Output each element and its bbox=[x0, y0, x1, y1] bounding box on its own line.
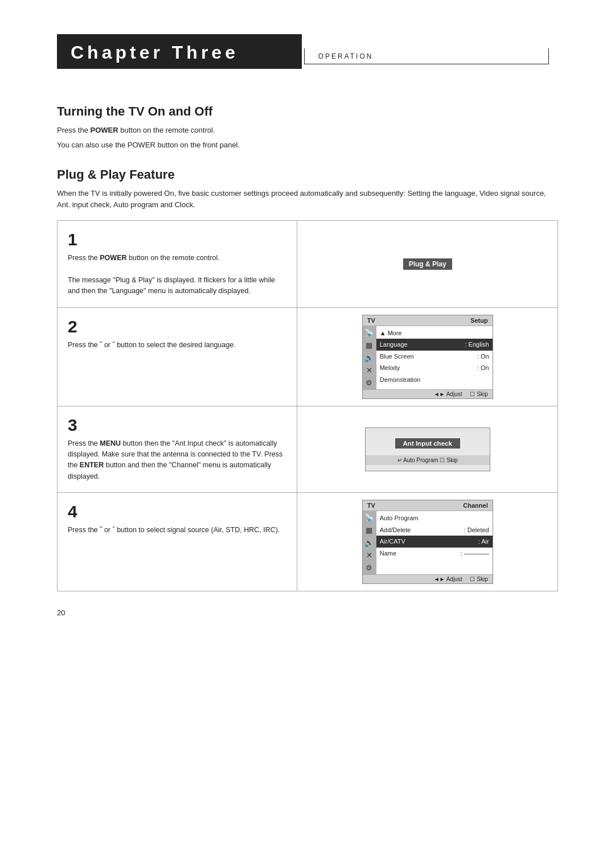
channel-item-0-label: Auto Program bbox=[380, 513, 419, 523]
channel-icon-speaker: 🔊 bbox=[364, 538, 374, 547]
channel-menu-item-3: Name : ———— bbox=[376, 548, 493, 560]
section1-line1: Press the POWER button on the remote con… bbox=[57, 125, 558, 136]
chapter-title: Chapter Three bbox=[71, 42, 288, 63]
channel-menu-title-right: Channel bbox=[463, 502, 487, 509]
step-1-bold-power: POWER bbox=[100, 254, 126, 262]
icon-x: ✕ bbox=[366, 366, 372, 375]
step-1-left: 1 Press the POWER button on the remote c… bbox=[58, 221, 297, 307]
section-turning-on-off: Turning the TV On and Off Press the POWE… bbox=[57, 104, 558, 150]
section2-title: Plug & Play Feature bbox=[57, 167, 558, 182]
setup-item-1-value: : English bbox=[465, 340, 489, 349]
step-2-text: Press the ˜ or ˆ button to select the de… bbox=[68, 340, 286, 351]
channel-menu-icons: 📡 ▦ 🔊 ✕ ⚙ bbox=[363, 511, 376, 574]
channel-item-2-value: : Air bbox=[478, 537, 489, 546]
setup-menu-icons: 📡 ▦ 🔊 ✕ ⚙ bbox=[363, 326, 376, 389]
setup-menu-box: TV Setup 📡 ▦ 🔊 ✕ ⚙ ▲ More bbox=[362, 315, 493, 399]
channel-menu-title-left: TV bbox=[367, 502, 375, 509]
setup-menu-item-3: Melody : On bbox=[376, 362, 493, 374]
step-2-left: 2 Press the ˜ or ˆ button to select the … bbox=[58, 308, 297, 406]
section2-intro: When the TV is initially powered On, fiv… bbox=[57, 188, 558, 210]
channel-menu-box: TV Channel 📡 ▦ 🔊 ✕ ⚙ Auto Program bbox=[362, 500, 493, 584]
section1-title: Turning the TV On and Off bbox=[57, 104, 558, 119]
step-4-left: 4 Press the ˜ or ˆ button to select sign… bbox=[58, 493, 297, 591]
step-2-number: 2 bbox=[68, 318, 286, 335]
channel-menu-body: 📡 ▦ 🔊 ✕ ⚙ Auto Program Add/Delete bbox=[363, 511, 493, 574]
channel-menu-items: Auto Program Add/Delete : Deleted Air/CA… bbox=[376, 511, 493, 574]
chapter-title-block: Chapter Three bbox=[57, 34, 302, 69]
setup-item-2-label: Blue Screen bbox=[380, 352, 414, 361]
step-3-number: 3 bbox=[68, 417, 286, 434]
icon-speaker: 🔊 bbox=[364, 353, 374, 362]
setup-menu-body: 📡 ▦ 🔊 ✕ ⚙ ▲ More Language : Engl bbox=[363, 326, 493, 389]
setup-footer-left: ◄► Adjust bbox=[434, 391, 462, 397]
step-row-3: 3 Press the MENU button then the "Ant In… bbox=[58, 406, 557, 493]
setup-menu-item-0: ▲ More bbox=[376, 327, 493, 339]
channel-menu-item-0: Auto Program bbox=[376, 512, 493, 524]
channel-footer-left: ◄► Adjust bbox=[434, 576, 462, 582]
channel-menu-item-1: Add/Delete : Deleted bbox=[376, 524, 493, 536]
setup-menu-item-4: Demonstration bbox=[376, 374, 493, 386]
channel-menu-item-2: Air/CATV : Air bbox=[376, 536, 493, 548]
channel-icon-antenna: 📡 bbox=[364, 513, 374, 522]
setup-item-3-label: Melody bbox=[380, 363, 400, 373]
channel-item-3-label: Name bbox=[380, 549, 396, 558]
chapter-header-block: Chapter Three Operation bbox=[57, 34, 558, 87]
channel-item-2-label: Air/CATV bbox=[380, 537, 405, 546]
channel-icon-grid: ▦ bbox=[366, 526, 372, 534]
icon-antenna: 📡 bbox=[364, 328, 374, 337]
step-4-right: TV Channel 📡 ▦ 🔊 ✕ ⚙ Auto Program bbox=[297, 493, 557, 591]
setup-item-1-label: Language bbox=[380, 340, 408, 349]
icon-gear: ⚙ bbox=[366, 379, 372, 387]
step-1-text: Press the POWER button on the remote con… bbox=[68, 253, 286, 297]
step-3-right: Ant Input check ↵ Auto Program ☐ Skip bbox=[297, 406, 557, 493]
step-2-right: TV Setup 📡 ▦ 🔊 ✕ ⚙ ▲ More bbox=[297, 308, 557, 406]
setup-menu-item-1: Language : English bbox=[376, 339, 493, 351]
section1-line2: You can also use the POWER button on the… bbox=[57, 139, 558, 151]
channel-icon-gear: ⚙ bbox=[366, 563, 372, 572]
ant-check-footer: ↵ Auto Program ☐ Skip bbox=[366, 455, 490, 465]
ant-check-box: Ant Input check ↵ Auto Program ☐ Skip bbox=[365, 427, 490, 471]
step-3-bold-menu: MENU bbox=[100, 439, 121, 447]
channel-menu-header: TV Channel bbox=[363, 500, 493, 511]
channel-item-1-value: : Deleted bbox=[464, 525, 489, 535]
channel-item-1-label: Add/Delete bbox=[380, 525, 411, 535]
step-3-bold-enter: ENTER bbox=[80, 461, 104, 469]
step-1-number: 1 bbox=[68, 231, 286, 248]
step-row-4: 4 Press the ˜ or ˆ button to select sign… bbox=[58, 493, 557, 591]
chapter-subtitle: Operation bbox=[318, 52, 374, 60]
setup-menu-items: ▲ More Language : English Blue Screen : … bbox=[376, 326, 493, 389]
step-3-left: 3 Press the MENU button then the "Ant In… bbox=[58, 406, 297, 493]
setup-menu-header: TV Setup bbox=[363, 315, 493, 326]
setup-item-3-value: : On bbox=[477, 363, 489, 373]
setup-menu-title-left: TV bbox=[367, 317, 375, 324]
plug-play-label: Plug & Play bbox=[403, 258, 452, 270]
setup-footer-right: ☐ Skip bbox=[470, 391, 487, 397]
step-row-2: 2 Press the ˜ or ˆ button to select the … bbox=[58, 308, 557, 406]
step-1-right: Plug & Play bbox=[297, 221, 557, 307]
ant-check-label: Ant Input check bbox=[395, 438, 460, 449]
step-3-text: Press the MENU button then the "Ant Inpu… bbox=[68, 438, 286, 483]
section1-bold-power: POWER bbox=[91, 126, 118, 134]
setup-item-0-label: ▲ More bbox=[380, 328, 402, 338]
setup-item-2-value: : On bbox=[477, 352, 489, 361]
channel-footer-right: ☐ Skip bbox=[470, 576, 487, 582]
steps-container: 1 Press the POWER button on the remote c… bbox=[57, 220, 558, 591]
ant-footer-text: ↵ Auto Program ☐ Skip bbox=[397, 457, 458, 463]
step-4-text: Press the ˜ or ˆ button to select signal… bbox=[68, 525, 286, 536]
step-row-1: 1 Press the POWER button on the remote c… bbox=[58, 221, 557, 308]
plug-play-screen: Plug & Play bbox=[403, 241, 452, 287]
chapter-subtitle-block: Operation bbox=[304, 48, 549, 64]
icon-grid: ▦ bbox=[366, 341, 372, 349]
channel-menu-footer: ◄► Adjust ☐ Skip bbox=[363, 574, 493, 583]
step-4-number: 4 bbox=[68, 503, 286, 520]
setup-item-4-label: Demonstration bbox=[380, 375, 421, 385]
section-plug-play: Plug & Play Feature When the TV is initi… bbox=[57, 167, 558, 210]
channel-icon-x: ✕ bbox=[366, 551, 372, 560]
page-number: 20 bbox=[57, 608, 558, 617]
setup-menu-footer: ◄► Adjust ☐ Skip bbox=[363, 389, 493, 398]
setup-menu-item-2: Blue Screen : On bbox=[376, 351, 493, 363]
setup-menu-title-right: Setup bbox=[470, 317, 488, 324]
channel-item-3-value: : ———— bbox=[461, 549, 489, 558]
